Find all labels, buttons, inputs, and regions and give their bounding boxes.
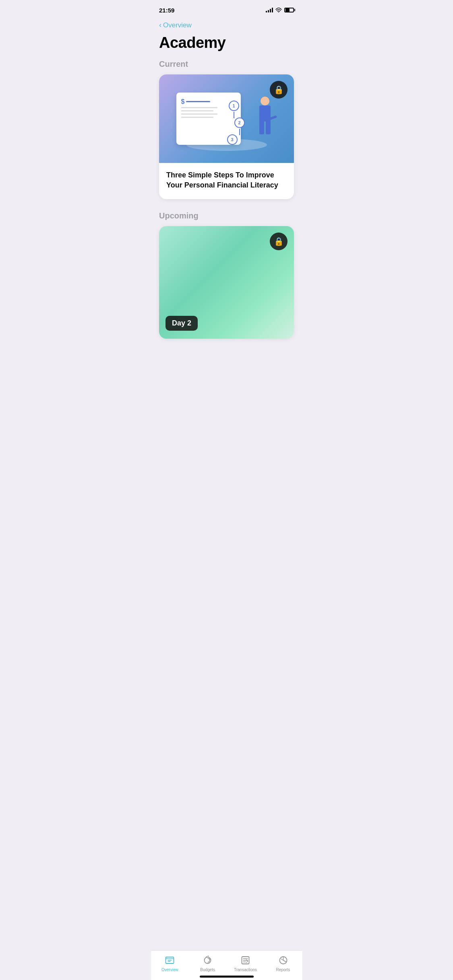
step-1: 1 [229, 101, 239, 111]
step-circles: 1 2 3 [229, 101, 245, 151]
upcoming-section: Upcoming 🔒 Day 2 [159, 211, 294, 339]
whiteboard: $ 1 [176, 93, 241, 145]
status-time: 21:59 [159, 7, 174, 14]
upcoming-card[interactable]: 🔒 Day 2 [159, 226, 294, 339]
person-leg-left [259, 120, 264, 134]
step-3: 3 [227, 134, 238, 145]
current-card-body: Three Simple Steps To Improve Your Perso… [159, 163, 294, 199]
page-title: Academy [159, 34, 294, 51]
page-content: Academy Current $ [151, 31, 302, 339]
status-bar: 21:59 [151, 0, 302, 18]
current-card[interactable]: $ 1 [159, 74, 294, 199]
wifi-icon [275, 8, 282, 12]
person-body [259, 105, 271, 121]
battery-icon [284, 8, 294, 12]
current-section: Current $ [159, 60, 294, 199]
step-2: 2 [234, 117, 245, 128]
upcoming-card-image: 🔒 Day 2 [159, 226, 294, 339]
status-icons [266, 8, 294, 12]
upcoming-lock-badge: 🔒 [270, 233, 288, 250]
upcoming-section-title: Upcoming [159, 211, 294, 220]
back-label: Overview [163, 21, 192, 29]
person-head [261, 97, 269, 105]
dollar-sign: $ [181, 98, 236, 105]
back-button[interactable]: ‹ Overview [151, 18, 302, 31]
day-badge: Day 2 [165, 316, 198, 331]
person-legs [259, 120, 271, 134]
lock-icon: 🔒 [274, 85, 284, 95]
chevron-left-icon: ‹ [159, 21, 161, 29]
lock-badge: 🔒 [270, 81, 288, 99]
svg-point-0 [278, 12, 279, 13]
person-figure [253, 97, 277, 141]
signal-icon [266, 8, 273, 12]
person-leg-right [266, 120, 271, 134]
current-card-image: $ 1 [159, 74, 294, 163]
upcoming-lock-icon: 🔒 [274, 237, 284, 246]
current-section-title: Current [159, 60, 294, 69]
current-card-title: Three Simple Steps To Improve Your Perso… [166, 170, 287, 190]
